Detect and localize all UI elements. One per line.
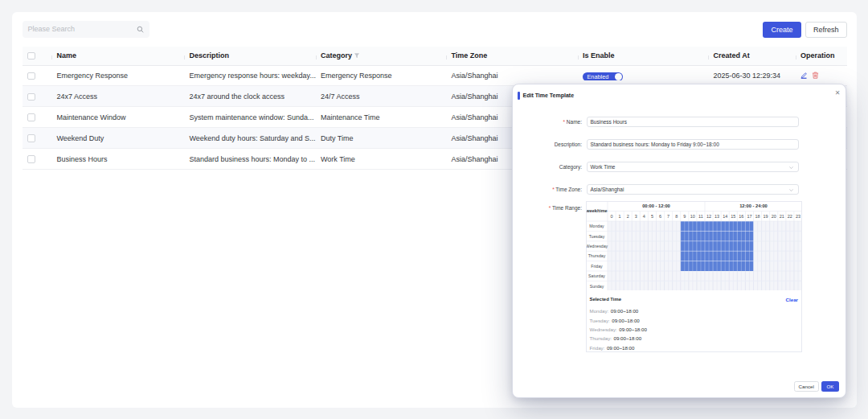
svg-text:12: 12 xyxy=(706,213,710,218)
svg-text:18: 18 xyxy=(755,213,760,218)
svg-text:Tuesday: Tuesday xyxy=(588,233,604,238)
svg-text:22: 22 xyxy=(787,213,792,218)
svg-text:4: 4 xyxy=(642,213,645,218)
svg-text:23: 23 xyxy=(795,213,800,218)
svg-text:2: 2 xyxy=(626,213,628,218)
svg-text:3: 3 xyxy=(634,213,637,218)
svg-text:Monday: Monday xyxy=(589,224,604,228)
svg-text:12:00 - 24:00: 12:00 - 24:00 xyxy=(739,203,768,208)
svg-text:Saturday: Saturday xyxy=(588,273,605,278)
svg-text:20: 20 xyxy=(771,213,776,218)
svg-text:10: 10 xyxy=(690,213,694,218)
svg-text:21: 21 xyxy=(779,213,784,218)
svg-text:6: 6 xyxy=(659,213,661,218)
svg-text:Sunday: Sunday xyxy=(589,283,604,288)
svg-text:Friday: Friday xyxy=(591,263,603,268)
svg-text:0: 0 xyxy=(610,213,612,218)
svg-text:9: 9 xyxy=(683,213,686,218)
svg-text:8: 8 xyxy=(675,213,678,218)
svg-text:17: 17 xyxy=(747,213,751,218)
svg-text:Thursday: Thursday xyxy=(588,253,605,258)
svg-text:week/time: week/time xyxy=(586,208,608,213)
svg-text:19: 19 xyxy=(763,213,768,218)
svg-text:Wednesday: Wednesday xyxy=(586,243,608,248)
svg-text:14: 14 xyxy=(723,213,727,218)
svg-text:11: 11 xyxy=(698,213,703,218)
svg-text:13: 13 xyxy=(714,213,719,218)
svg-text:00:00 - 12:00: 00:00 - 12:00 xyxy=(642,203,670,208)
svg-text:15: 15 xyxy=(731,213,735,218)
svg-text:5: 5 xyxy=(650,213,653,218)
svg-text:16: 16 xyxy=(739,213,743,218)
svg-text:1: 1 xyxy=(618,213,620,218)
svg-text:7: 7 xyxy=(667,213,669,218)
